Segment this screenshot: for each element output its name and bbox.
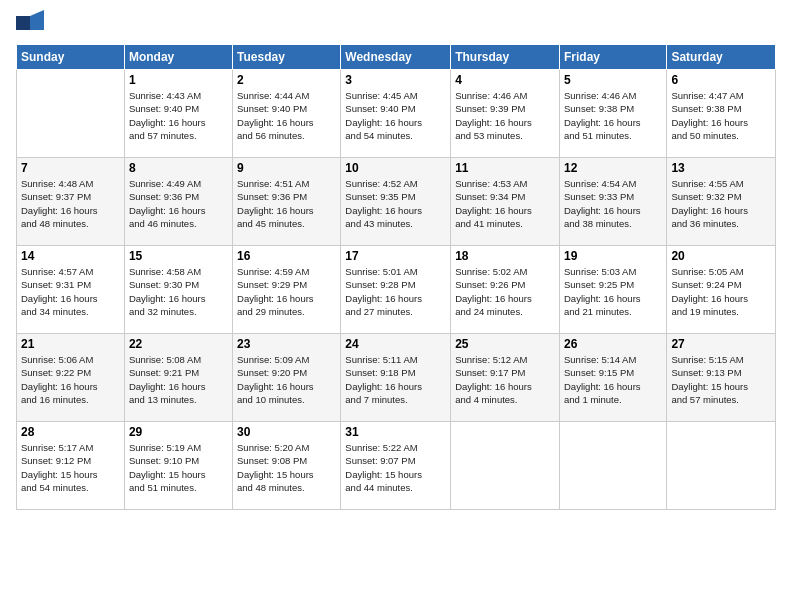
day-info: Sunrise: 4:44 AM Sunset: 9:40 PM Dayligh… [237,89,336,142]
day-info: Sunrise: 4:49 AM Sunset: 9:36 PM Dayligh… [129,177,228,230]
day-number: 21 [21,337,120,351]
day-number: 23 [237,337,336,351]
day-info: Sunrise: 5:03 AM Sunset: 9:25 PM Dayligh… [564,265,662,318]
day-number: 16 [237,249,336,263]
day-info: Sunrise: 4:59 AM Sunset: 9:29 PM Dayligh… [237,265,336,318]
day-number: 29 [129,425,228,439]
day-number: 11 [455,161,555,175]
calendar-week-1: 1Sunrise: 4:43 AM Sunset: 9:40 PM Daylig… [17,70,776,158]
calendar-table: SundayMondayTuesdayWednesdayThursdayFrid… [16,44,776,510]
logo [16,10,52,38]
calendar-cell: 12Sunrise: 4:54 AM Sunset: 9:33 PM Dayli… [559,158,666,246]
day-number: 3 [345,73,446,87]
calendar-cell: 30Sunrise: 5:20 AM Sunset: 9:08 PM Dayli… [233,422,341,510]
day-info: Sunrise: 4:46 AM Sunset: 9:38 PM Dayligh… [564,89,662,142]
calendar-cell: 24Sunrise: 5:11 AM Sunset: 9:18 PM Dayli… [341,334,451,422]
day-info: Sunrise: 4:46 AM Sunset: 9:39 PM Dayligh… [455,89,555,142]
calendar-cell: 13Sunrise: 4:55 AM Sunset: 9:32 PM Dayli… [667,158,776,246]
calendar-cell: 5Sunrise: 4:46 AM Sunset: 9:38 PM Daylig… [559,70,666,158]
day-number: 17 [345,249,446,263]
page: SundayMondayTuesdayWednesdayThursdayFrid… [0,0,792,612]
day-number: 28 [21,425,120,439]
day-info: Sunrise: 5:02 AM Sunset: 9:26 PM Dayligh… [455,265,555,318]
header [16,10,776,38]
calendar-cell: 25Sunrise: 5:12 AM Sunset: 9:17 PM Dayli… [451,334,560,422]
day-number: 8 [129,161,228,175]
calendar-cell [451,422,560,510]
day-info: Sunrise: 4:43 AM Sunset: 9:40 PM Dayligh… [129,89,228,142]
day-info: Sunrise: 5:06 AM Sunset: 9:22 PM Dayligh… [21,353,120,406]
calendar-cell: 27Sunrise: 5:15 AM Sunset: 9:13 PM Dayli… [667,334,776,422]
calendar-cell: 26Sunrise: 5:14 AM Sunset: 9:15 PM Dayli… [559,334,666,422]
day-number: 12 [564,161,662,175]
svg-rect-0 [16,16,30,30]
day-info: Sunrise: 5:20 AM Sunset: 9:08 PM Dayligh… [237,441,336,494]
day-info: Sunrise: 5:15 AM Sunset: 9:13 PM Dayligh… [671,353,771,406]
calendar-cell: 14Sunrise: 4:57 AM Sunset: 9:31 PM Dayli… [17,246,125,334]
col-header-wednesday: Wednesday [341,45,451,70]
day-info: Sunrise: 5:14 AM Sunset: 9:15 PM Dayligh… [564,353,662,406]
day-number: 18 [455,249,555,263]
calendar-cell: 28Sunrise: 5:17 AM Sunset: 9:12 PM Dayli… [17,422,125,510]
day-info: Sunrise: 5:09 AM Sunset: 9:20 PM Dayligh… [237,353,336,406]
day-number: 13 [671,161,771,175]
calendar-cell: 16Sunrise: 4:59 AM Sunset: 9:29 PM Dayli… [233,246,341,334]
day-info: Sunrise: 5:12 AM Sunset: 9:17 PM Dayligh… [455,353,555,406]
col-header-tuesday: Tuesday [233,45,341,70]
day-number: 31 [345,425,446,439]
day-info: Sunrise: 4:51 AM Sunset: 9:36 PM Dayligh… [237,177,336,230]
day-info: Sunrise: 4:52 AM Sunset: 9:35 PM Dayligh… [345,177,446,230]
day-info: Sunrise: 4:47 AM Sunset: 9:38 PM Dayligh… [671,89,771,142]
col-header-monday: Monday [124,45,232,70]
day-info: Sunrise: 5:17 AM Sunset: 9:12 PM Dayligh… [21,441,120,494]
calendar-week-2: 7Sunrise: 4:48 AM Sunset: 9:37 PM Daylig… [17,158,776,246]
calendar-cell: 8Sunrise: 4:49 AM Sunset: 9:36 PM Daylig… [124,158,232,246]
day-info: Sunrise: 5:01 AM Sunset: 9:28 PM Dayligh… [345,265,446,318]
calendar-cell [559,422,666,510]
day-number: 19 [564,249,662,263]
calendar-cell: 4Sunrise: 4:46 AM Sunset: 9:39 PM Daylig… [451,70,560,158]
col-header-friday: Friday [559,45,666,70]
day-number: 10 [345,161,446,175]
calendar-cell: 22Sunrise: 5:08 AM Sunset: 9:21 PM Dayli… [124,334,232,422]
calendar-cell: 1Sunrise: 4:43 AM Sunset: 9:40 PM Daylig… [124,70,232,158]
calendar-cell: 19Sunrise: 5:03 AM Sunset: 9:25 PM Dayli… [559,246,666,334]
day-number: 4 [455,73,555,87]
calendar-cell: 9Sunrise: 4:51 AM Sunset: 9:36 PM Daylig… [233,158,341,246]
calendar-cell: 3Sunrise: 4:45 AM Sunset: 9:40 PM Daylig… [341,70,451,158]
day-number: 27 [671,337,771,351]
day-number: 6 [671,73,771,87]
day-number: 25 [455,337,555,351]
day-number: 1 [129,73,228,87]
calendar-cell: 2Sunrise: 4:44 AM Sunset: 9:40 PM Daylig… [233,70,341,158]
calendar-cell: 7Sunrise: 4:48 AM Sunset: 9:37 PM Daylig… [17,158,125,246]
day-number: 2 [237,73,336,87]
calendar-cell: 21Sunrise: 5:06 AM Sunset: 9:22 PM Dayli… [17,334,125,422]
day-number: 26 [564,337,662,351]
calendar-cell: 29Sunrise: 5:19 AM Sunset: 9:10 PM Dayli… [124,422,232,510]
day-info: Sunrise: 4:58 AM Sunset: 9:30 PM Dayligh… [129,265,228,318]
calendar-cell: 18Sunrise: 5:02 AM Sunset: 9:26 PM Dayli… [451,246,560,334]
col-header-thursday: Thursday [451,45,560,70]
calendar-cell: 6Sunrise: 4:47 AM Sunset: 9:38 PM Daylig… [667,70,776,158]
calendar-cell: 17Sunrise: 5:01 AM Sunset: 9:28 PM Dayli… [341,246,451,334]
calendar-week-5: 28Sunrise: 5:17 AM Sunset: 9:12 PM Dayli… [17,422,776,510]
calendar-cell [17,70,125,158]
day-info: Sunrise: 5:11 AM Sunset: 9:18 PM Dayligh… [345,353,446,406]
day-info: Sunrise: 5:05 AM Sunset: 9:24 PM Dayligh… [671,265,771,318]
day-number: 14 [21,249,120,263]
col-header-saturday: Saturday [667,45,776,70]
day-info: Sunrise: 4:54 AM Sunset: 9:33 PM Dayligh… [564,177,662,230]
day-number: 20 [671,249,771,263]
day-number: 9 [237,161,336,175]
calendar-cell: 10Sunrise: 4:52 AM Sunset: 9:35 PM Dayli… [341,158,451,246]
day-info: Sunrise: 4:45 AM Sunset: 9:40 PM Dayligh… [345,89,446,142]
col-header-sunday: Sunday [17,45,125,70]
day-info: Sunrise: 5:22 AM Sunset: 9:07 PM Dayligh… [345,441,446,494]
day-info: Sunrise: 5:19 AM Sunset: 9:10 PM Dayligh… [129,441,228,494]
day-info: Sunrise: 4:53 AM Sunset: 9:34 PM Dayligh… [455,177,555,230]
day-number: 7 [21,161,120,175]
day-info: Sunrise: 4:57 AM Sunset: 9:31 PM Dayligh… [21,265,120,318]
calendar-cell: 23Sunrise: 5:09 AM Sunset: 9:20 PM Dayli… [233,334,341,422]
calendar-week-3: 14Sunrise: 4:57 AM Sunset: 9:31 PM Dayli… [17,246,776,334]
